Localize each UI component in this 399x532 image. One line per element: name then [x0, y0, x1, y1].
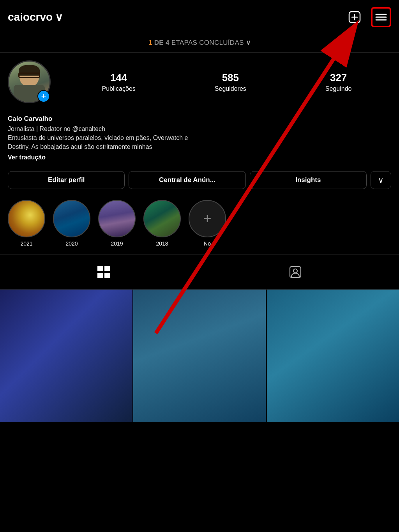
highlight-add[interactable]: + No — [189, 200, 226, 247]
progress-total: 4 — [166, 39, 169, 46]
stat-followers-number: 585 — [222, 72, 239, 84]
progress-label: ETAPAS CONCLUÍDAS — [171, 39, 246, 46]
header-icons — [344, 7, 391, 27]
stat-following-label: Seguindo — [325, 85, 352, 92]
highlights-section: 2021 2020 2019 2018 + No — [0, 196, 399, 255]
highlight-label-2019: 2019 — [111, 240, 123, 247]
add-story-button[interactable]: + — [37, 90, 50, 103]
menu-button[interactable] — [371, 7, 391, 27]
progress-chevron: ∨ — [246, 39, 251, 46]
username-chevron: ∨ — [55, 11, 63, 24]
highlight-circle-2019 — [98, 200, 136, 237]
stat-publications[interactable]: 144 Publicações — [102, 72, 136, 92]
svg-rect-9 — [104, 273, 110, 278]
username-section[interactable]: caiocrvo ∨ — [8, 11, 63, 24]
svg-point-11 — [293, 269, 297, 273]
progress-completed: 1 — [148, 39, 152, 46]
stat-followers[interactable]: 585 Seguidores — [215, 72, 246, 92]
stats-section: 144 Publicações 585 Seguidores 327 Segui… — [62, 72, 391, 92]
highlight-circle-add: + — [189, 200, 226, 237]
highlight-label-2018: 2018 — [156, 240, 168, 247]
header: caiocrvo ∨ — [0, 0, 399, 33]
profile-top: + 144 Publicações 585 Seguidores 327 Seg… — [8, 60, 391, 103]
highlight-2018[interactable]: 2018 — [143, 200, 181, 247]
svg-rect-6 — [97, 266, 103, 271]
grid-item-3[interactable] — [267, 290, 399, 422]
highlight-label-2021: 2021 — [20, 240, 32, 247]
bio-line2: Entusiasta de universos paralelos, vicia… — [8, 134, 188, 141]
grid-item-1[interactable] — [0, 290, 132, 422]
highlight-2021[interactable]: 2021 — [8, 200, 45, 247]
create-post-button[interactable] — [344, 7, 365, 27]
tagged-posts-icon — [288, 265, 302, 279]
stat-following[interactable]: 327 Seguindo — [325, 72, 352, 92]
action-buttons: Editar perfil Central de Anún... Insight… — [0, 167, 399, 196]
grid-item-2[interactable] — [133, 290, 266, 422]
profile-section: + 144 Publicações 585 Seguidores 327 Seg… — [0, 53, 399, 115]
photo-grid — [0, 290, 399, 422]
avatar-wrap: + — [8, 60, 51, 103]
highlight-label-2020: 2020 — [65, 240, 78, 247]
ads-center-button[interactable]: Central de Anún... — [129, 171, 245, 189]
bio-line1: Jornalista | Redator no @canaltech — [8, 125, 105, 132]
stat-publications-number: 144 — [110, 72, 127, 84]
progress-section[interactable]: 1 DE 4 ETAPAS CONCLUÍDAS ∨ — [0, 33, 399, 53]
svg-rect-8 — [97, 273, 103, 278]
edit-profile-button[interactable]: Editar perfil — [8, 171, 125, 189]
grid-icon — [97, 265, 111, 279]
stat-following-number: 327 — [330, 72, 347, 84]
stat-followers-label: Seguidores — [215, 85, 246, 92]
highlight-2019[interactable]: 2019 — [98, 200, 136, 247]
progress-text: 1 DE 4 ETAPAS CONCLUÍDAS ∨ — [148, 39, 251, 47]
bio-line3: Destiny. As bobajadas aqui são estritame… — [8, 143, 152, 150]
svg-rect-7 — [104, 266, 110, 271]
translate-button[interactable]: Ver tradução — [8, 154, 391, 161]
bio-text: Jornalista | Redator no @canaltech Entus… — [8, 124, 391, 152]
more-options-button[interactable]: ∨ — [371, 171, 391, 189]
bio-section: Caio Carvalho Jornalista | Redator no @c… — [0, 115, 399, 167]
highlight-circle-2021 — [8, 200, 45, 237]
grid-view-tab[interactable] — [81, 262, 126, 282]
insights-button[interactable]: Insights — [250, 171, 367, 189]
highlight-circle-2018 — [143, 200, 181, 237]
stat-publications-label: Publicações — [102, 85, 136, 92]
tagged-posts-tab[interactable] — [273, 262, 318, 282]
highlight-label-add: No — [204, 240, 211, 247]
progress-separator: DE — [154, 39, 166, 46]
bottom-nav — [0, 255, 399, 290]
username-text: caiocrvo — [8, 11, 53, 23]
highlight-circle-2020 — [53, 200, 90, 237]
profile-name: Caio Carvalho — [8, 115, 391, 123]
highlight-2020[interactable]: 2020 — [53, 200, 90, 247]
